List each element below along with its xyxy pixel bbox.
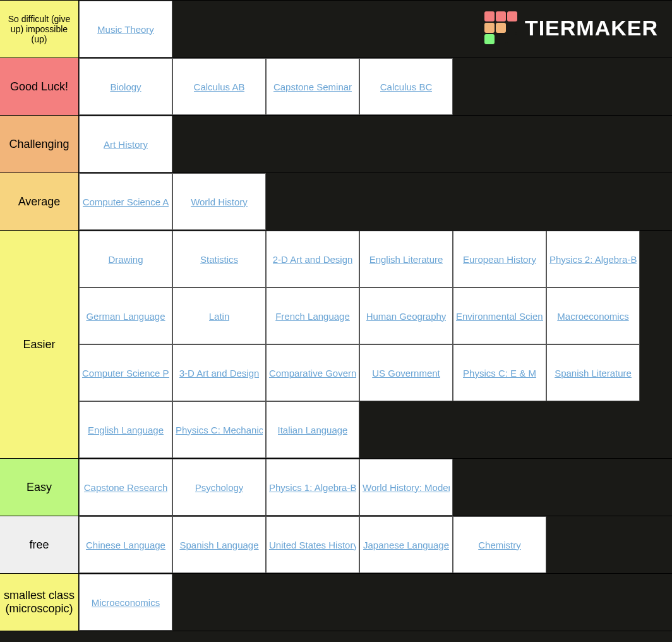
tier-item[interactable]: Comparative Government	[266, 344, 359, 401]
tier-items[interactable]: Capstone ResearchPsychologyPhysics 1: Al…	[79, 459, 672, 516]
tier-item[interactable]: Psychology	[172, 459, 266, 516]
tier-item[interactable]: French Language	[266, 288, 359, 344]
tier-grid-icon	[484, 11, 517, 44]
brand-name: TIERMAKER	[525, 16, 658, 40]
tier-item-label: Physics 1: Algebra-Based	[269, 482, 356, 493]
tier-row: smallest class (microscopic)Microeconomi…	[0, 574, 672, 631]
tier-item[interactable]: Calculus BC	[359, 58, 453, 115]
tier-item-label: Chinese Language	[86, 540, 165, 550]
tier-item[interactable]: Calculus AB	[172, 58, 266, 115]
tier-item[interactable]: Computer Science A	[79, 173, 172, 230]
tier-item-label: Latin	[209, 311, 230, 322]
tier-item[interactable]: United States History	[266, 516, 359, 573]
tier-label[interactable]: free	[0, 516, 79, 573]
tier-item[interactable]: Physics 1: Algebra-Based	[266, 459, 359, 516]
tier-item-label: English Language	[88, 425, 164, 435]
tier-item[interactable]: Capstone Seminar	[266, 58, 359, 115]
tier-item[interactable]: Spanish Language	[172, 516, 266, 573]
tier-items[interactable]: DrawingStatistics2-D Art and DesignEngli…	[79, 231, 672, 458]
tier-item[interactable]: Chemistry	[453, 516, 546, 573]
tier-item-label: Drawing	[108, 254, 143, 265]
tier-item[interactable]: 3-D Art and Design	[172, 344, 266, 401]
tier-items[interactable]: Microeconomics	[79, 574, 672, 631]
tier-item-label: 3-D Art and Design	[179, 368, 260, 379]
tier-item[interactable]: Drawing	[79, 231, 172, 288]
tier-label[interactable]: Good Luck!	[0, 58, 79, 115]
tier-item[interactable]: US Government	[359, 344, 453, 401]
tier-item[interactable]: Macroeconomics	[546, 288, 640, 344]
tier-row: ChallengingArt History	[0, 116, 672, 173]
tier-row: Good Luck!BiologyCalculus ABCapstone Sem…	[0, 58, 672, 116]
tier-items[interactable]: Art History	[79, 116, 672, 173]
tier-item[interactable]: Italian Language	[266, 401, 359, 458]
tier-item[interactable]: Art History	[79, 116, 172, 173]
tier-item[interactable]: English Language	[79, 401, 172, 458]
tier-item[interactable]: Physics 2: Algebra-Based	[546, 231, 640, 288]
tier-row: EasyCapstone ResearchPsychologyPhysics 1…	[0, 459, 672, 516]
tier-item-label: Chemistry	[478, 540, 521, 550]
tier-item[interactable]: Microeconomics	[79, 574, 172, 631]
tier-item-label: Computer Science Principles	[82, 368, 169, 379]
tier-items[interactable]: BiologyCalculus ABCapstone SeminarCalcul…	[79, 58, 672, 115]
tier-item-label: Microeconomics	[92, 597, 160, 608]
tier-item-label: Physics 2: Algebra-Based	[549, 254, 637, 265]
tier-label[interactable]: Average	[0, 173, 79, 230]
tier-label[interactable]: Easier	[0, 231, 79, 458]
tier-item[interactable]: Statistics	[172, 231, 266, 288]
tier-item-label: Italian Language	[278, 425, 348, 435]
tier-item-label: Spanish Literature	[555, 368, 632, 379]
tier-row: EasierDrawingStatistics2-D Art and Desig…	[0, 231, 672, 459]
tier-label[interactable]: So difficult (give up) impossible (up)	[0, 1, 79, 58]
tier-item-label: 2-D Art and Design	[273, 254, 353, 265]
tier-label[interactable]: smallest class (microscopic)	[0, 574, 79, 631]
tier-item[interactable]: Capstone Research	[79, 459, 172, 516]
tier-item-label: French Language	[275, 311, 350, 322]
tier-label[interactable]: Easy	[0, 459, 79, 516]
tier-row: AverageComputer Science AWorld History	[0, 173, 672, 231]
tier-item-label: Human Geography	[366, 311, 447, 322]
tier-list: So difficult (give up) impossible (up)Mu…	[0, 0, 672, 631]
tier-item-label: Japanese Language	[363, 540, 449, 550]
tier-item[interactable]: Spanish Literature	[546, 344, 640, 401]
tier-item-label: World History	[191, 197, 248, 207]
tier-item-label: Computer Science A	[83, 197, 169, 207]
tier-item[interactable]: Physics C: E & M	[453, 344, 546, 401]
tier-item[interactable]: Human Geography	[359, 288, 453, 344]
tier-item-label: Calculus BC	[380, 82, 433, 92]
tier-item[interactable]: Music Theory	[79, 1, 172, 58]
tier-item-label: Macroeconomics	[557, 311, 628, 322]
tier-item[interactable]: European History	[453, 231, 546, 288]
brand-logo: TIERMAKER	[484, 11, 658, 44]
tier-item[interactable]: 2-D Art and Design	[266, 231, 359, 288]
tier-item[interactable]: English Literature	[359, 231, 453, 288]
tier-item[interactable]: Latin	[172, 288, 266, 344]
tier-item-label: Statistics	[200, 254, 238, 265]
tier-item-label: Biology	[110, 82, 141, 92]
tier-item-label: World History: Modern	[363, 482, 450, 493]
tier-item-label: Capstone Research	[84, 482, 168, 493]
tier-item[interactable]: World History	[172, 173, 266, 230]
tier-item-label: Music Theory	[97, 24, 154, 35]
tier-item-label: Art History	[104, 139, 148, 150]
tier-item[interactable]: German Language	[79, 288, 172, 344]
tier-item-label: Psychology	[195, 482, 244, 493]
tier-item[interactable]: World History: Modern	[359, 459, 453, 516]
tier-items[interactable]: Computer Science AWorld History	[79, 173, 672, 230]
tier-item-label: Physics C: Mechanics	[176, 425, 263, 435]
tier-item-label: English Literature	[369, 254, 443, 265]
tier-item-label: US Government	[372, 368, 440, 379]
tier-items[interactable]: Chinese LanguageSpanish LanguageUnited S…	[79, 516, 672, 573]
tier-label[interactable]: Challenging	[0, 116, 79, 173]
tier-item[interactable]: Chinese Language	[79, 516, 172, 573]
tier-item[interactable]: Environmental Science	[453, 288, 546, 344]
tier-item-label: Spanish Language	[179, 540, 258, 550]
tier-item-label: European History	[463, 254, 536, 265]
tier-item-label: United States History	[269, 540, 356, 550]
tier-item-label: Capstone Seminar	[273, 82, 352, 92]
tier-item-label: Comparative Government	[269, 368, 356, 379]
tier-item[interactable]: Physics C: Mechanics	[172, 401, 266, 458]
tier-item[interactable]: Japanese Language	[359, 516, 453, 573]
tier-item-label: German Language	[86, 311, 165, 322]
tier-item[interactable]: Computer Science Principles	[79, 344, 172, 401]
tier-item[interactable]: Biology	[79, 58, 172, 115]
